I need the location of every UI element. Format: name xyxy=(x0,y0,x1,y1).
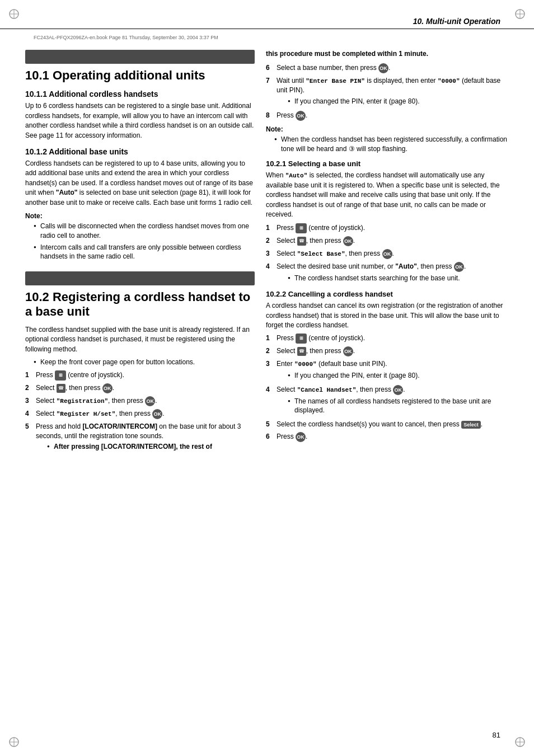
section-10-2-steps: 1 Press ⊞ (centre of joystick). 2 Select… xyxy=(25,370,255,453)
ok-btn-8: OK xyxy=(296,111,306,121)
step-10224-sub-item: The names of all cordless handsets regis… xyxy=(288,397,509,416)
ok-btn-4: OK xyxy=(152,409,162,419)
subsection-10-1-2-body: Cordless handsets can be registered to u… xyxy=(25,159,255,208)
step-7: 7 Wait until "Enter Base PIN" is display… xyxy=(266,76,509,108)
ok-btn-6: OK xyxy=(378,63,388,73)
section-10-1-header xyxy=(25,50,255,64)
corner-mark-tr xyxy=(514,8,526,20)
step-10224-sub: The names of all cordless handsets regis… xyxy=(277,397,509,416)
note-10-1-2-list: Calls will be disconnected when the cord… xyxy=(25,222,255,261)
step-10-2-1-4: 4 Select the desired base unit number, o… xyxy=(266,262,509,285)
step-5: 5 Press and hold [LOCATOR/INTERCOM] on t… xyxy=(25,422,255,453)
phone-icon-10222: ☎ xyxy=(297,347,306,356)
subsection-10-1-1-title: 10.1.1 Additional cordless handsets xyxy=(25,90,255,98)
step-8: 8 Press OK. xyxy=(266,111,509,121)
right-column: this procedure must be completed within … xyxy=(266,50,509,457)
step-7-sub: If you changed the PIN, enter it (page 8… xyxy=(277,97,509,106)
step-10-2-2-6: 6 Press OK. xyxy=(266,432,509,442)
joystick-icon-1: ⊞ xyxy=(55,370,66,381)
step-2: 2 Select ☎, then press OK. xyxy=(25,383,255,393)
section-10-2-body: The cordless handset supplied with the b… xyxy=(25,325,255,354)
phone-icon-10212: ☎ xyxy=(297,237,306,246)
phone-icon-2: ☎ xyxy=(57,384,65,393)
ok-btn-3: OK xyxy=(145,396,155,406)
section-10-2-title: 10.2 Registering a cordless handset to a… xyxy=(25,290,255,320)
step-5-sub: After pressing [LOCATOR/INTERCOM], the r… xyxy=(36,442,255,452)
section-10-2-pre-steps: Keep the front cover page open for butto… xyxy=(25,358,255,367)
step-10223-sub: If you changed the PIN, enter it (page 8… xyxy=(277,371,509,381)
section-10-1-title: 10.1 Operating additional units xyxy=(25,68,255,83)
page-container: 10. Multi-unit Operation FC243AL-PFQX209… xyxy=(0,0,534,756)
pre-step-item-1: Keep the front cover page open for butto… xyxy=(34,358,255,367)
continued-bold-text: this procedure must be completed within … xyxy=(266,50,509,58)
page-number: 81 xyxy=(493,731,500,739)
step-3: 3 Select "Registration", then press OK. xyxy=(25,396,255,406)
ok-btn-10212: OK xyxy=(343,236,353,246)
step-10-2-2-5: 5 Select the cordless handset(s) you wan… xyxy=(266,420,509,429)
note-10-1-2-item-2: Intercom calls and call transfers are on… xyxy=(34,243,255,262)
subsection-10-1-2-title: 10.1.2 Additional base units xyxy=(25,147,255,156)
ok-btn-10224: OK xyxy=(393,385,403,395)
subsection-10-2-2-steps: 1 Press ⊞ (centre of joystick). 2 Select… xyxy=(266,334,509,442)
content-area: 10.1 Operating additional units 10.1.1 A… xyxy=(0,50,534,457)
step-10214-sub-item: The cordless handset starts searching fo… xyxy=(288,274,509,283)
header-title: 10. Multi-unit Operation xyxy=(413,17,500,26)
file-info: FC243AL-PFQX2096ZA-en.book Page 81 Thurs… xyxy=(0,34,534,41)
antenna-icon: ③ xyxy=(349,144,355,154)
step-10223-sub-item: If you changed the PIN, enter it (page 8… xyxy=(288,371,509,381)
subsection-10-2-1-title: 10.2.1 Selecting a base unit xyxy=(266,159,509,168)
subsection-10-2-2-body: A cordless handset can cancel its own re… xyxy=(266,301,509,330)
note-after-steps-label: Note: xyxy=(266,125,509,133)
corner-mark-bl xyxy=(8,736,20,748)
note-10-1-2-label: Note: xyxy=(25,212,255,220)
left-column: 10.1 Operating additional units 10.1.1 A… xyxy=(25,50,255,457)
step-10-2-2-2: 2 Select ☎, then press OK. xyxy=(266,346,509,356)
step-4: 4 Select "Register H/set", then press OK… xyxy=(25,409,255,419)
note-10-1-2-item-1: Calls will be disconnected when the cord… xyxy=(34,222,255,241)
section-10-2-header xyxy=(25,271,255,285)
step-10-2-2-4: 4 Select "Cancel Handset", then press OK… xyxy=(266,385,509,417)
ok-btn-2: OK xyxy=(102,383,113,393)
step-6: 6 Select a base number, then press OK. xyxy=(266,63,509,73)
joystick-icon-10221: ⊞ xyxy=(296,334,307,344)
page-header: 10. Multi-unit Operation xyxy=(0,11,534,29)
step-10-2-1-2: 2 Select ☎, then press OK. xyxy=(266,236,509,246)
step-7-sub-item: If you changed the PIN, enter it (page 8… xyxy=(288,97,509,106)
subsection-10-2-1-steps: 1 Press ⊞ (centre of joystick). 2 Select… xyxy=(266,223,509,285)
ok-btn-10214: OK xyxy=(454,262,464,272)
subsection-10-1-1-body: Up to 6 cordless handsets can be registe… xyxy=(25,101,255,140)
ok-btn-10213: OK xyxy=(382,249,392,259)
step-10-2-2-3: 3 Enter "0000" (default base unit PIN). … xyxy=(266,359,509,382)
step-1: 1 Press ⊞ (centre of joystick). xyxy=(25,370,255,381)
subsection-10-2-1-body: When "Auto" is selected, the cordless ha… xyxy=(266,171,509,220)
step-10214-sub: The cordless handset starts searching fo… xyxy=(277,274,509,283)
step-5-sub-item: After pressing [LOCATOR/INTERCOM], the r… xyxy=(47,442,255,452)
step-10-2-2-1: 1 Press ⊞ (centre of joystick). xyxy=(266,334,509,344)
joystick-icon-10211: ⊞ xyxy=(296,223,307,233)
select-btn-10225: Select xyxy=(461,421,481,429)
ok-btn-10226: OK xyxy=(296,432,306,442)
corner-mark-br xyxy=(514,736,526,748)
subsection-10-2-2-title: 10.2.2 Cancelling a cordless handset xyxy=(266,290,509,298)
ok-btn-10222: OK xyxy=(343,346,353,356)
corner-mark-tl xyxy=(8,8,20,20)
note-after-steps-item-1: When the cordless handset has been regis… xyxy=(274,135,509,154)
note-after-steps-list: When the cordless handset has been regis… xyxy=(266,135,509,154)
step-10-2-1-3: 3 Select "Select Base", then press OK. xyxy=(266,249,509,259)
continued-steps: 6 Select a base number, then press OK. 7… xyxy=(266,63,509,121)
step-10-2-1-1: 1 Press ⊞ (centre of joystick). xyxy=(266,223,509,233)
